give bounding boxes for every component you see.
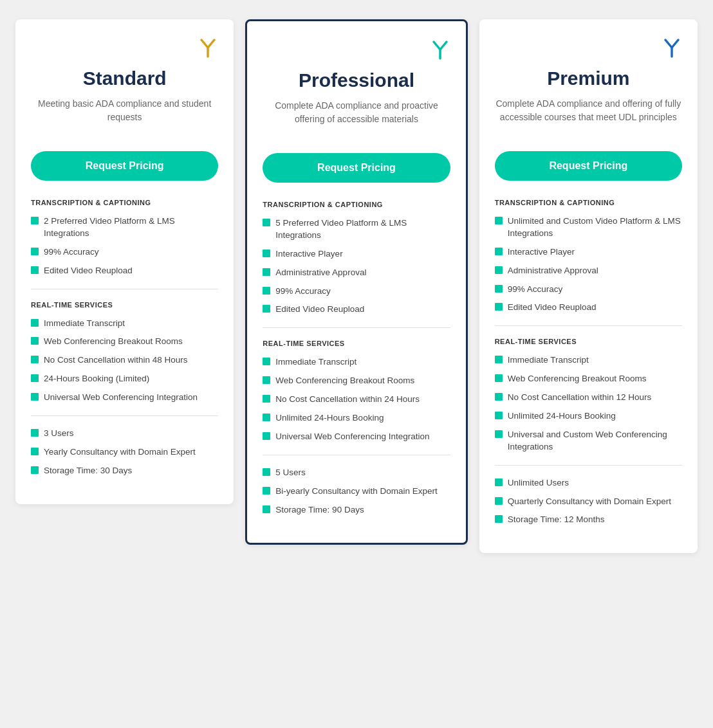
feature-text: 99% Accuracy [508,284,563,296]
feature-list-premium-1: Immediate TranscriptWeb Conferencing Bre… [495,354,682,453]
feature-bullet-icon [495,356,503,363]
feature-text: Web Conferencing Breakout Rooms [508,373,647,385]
feature-text: Storage Time: 12 Months [508,514,605,526]
plan-icon-premium [495,37,682,61]
section-title-professional-0: TRANSCRIPTION & CAPTIONING [263,201,450,208]
plan-card-premium: PremiumComplete ADA compliance and offer… [479,19,698,553]
plan-card-standard: StandardMeeting basic ADA compliance and… [15,19,234,504]
list-item: Quarterly Consultancy with Domain Expert [495,496,682,508]
feature-bullet-icon [31,448,39,455]
feature-text: Interactive Player [275,248,342,260]
feature-text: Universal Web Conferencing Integration [44,392,198,404]
feature-bullet-icon [263,305,270,313]
plan-desc-premium: Complete ADA compliance and offering of … [495,97,682,136]
list-item: Immediate Transcript [31,318,218,330]
feature-bullet-icon [495,374,503,382]
list-item: Storage Time: 30 Days [31,465,218,477]
list-item: Unlimited 24-Hours Booking [495,410,682,423]
feature-bullet-icon [495,266,503,274]
feature-text: Administrative Approval [508,265,598,277]
feature-text: 5 Users [275,467,306,479]
feature-bullet-icon [263,432,270,440]
feature-text: Unlimited and Custom Video Platform & LM… [508,215,682,240]
list-item: Edited Video Reupload [495,302,682,314]
feature-bullet-icon [263,395,270,403]
list-item: Yearly Consultancy with Domain Expert [31,446,218,459]
list-item: No Cost Cancellation within 48 Hours [31,354,218,367]
feature-list-standard-2: 3 UsersYearly Consultancy with Domain Ex… [31,428,218,477]
list-item: 99% Accuracy [263,286,450,298]
feature-list-premium-2: Unlimited UsersQuarterly Consultancy wit… [495,477,682,527]
feature-bullet-icon [495,303,503,311]
list-item: 2 Preferred Video Platform & LMS Integra… [31,215,218,240]
list-item: Interactive Player [495,246,682,259]
feature-bullet-icon [31,217,39,224]
section-divider-standard-2 [31,415,218,416]
list-item: Administrative Approval [495,265,682,277]
feature-bullet-icon [263,219,270,226]
request-pricing-btn-standard[interactable]: Request Pricing [31,151,218,181]
feature-bullet-icon [31,266,39,274]
section-title-professional-1: REAL-TIME SERVICES [263,340,450,347]
feature-bullet-icon [31,356,39,363]
feature-text: Yearly Consultancy with Domain Expert [44,446,196,459]
section-title-premium-0: TRANSCRIPTION & CAPTIONING [495,199,682,206]
svg-line-7 [672,40,678,48]
feature-list-standard-0: 2 Preferred Video Platform & LMS Integra… [31,215,218,277]
list-item: Web Conferencing Breakout Rooms [31,336,218,348]
list-item: Web Conferencing Breakout Rooms [263,375,450,387]
svg-line-0 [201,40,208,48]
svg-line-6 [665,40,672,48]
feature-text: Web Conferencing Breakout Rooms [275,375,414,387]
feature-bullet-icon [31,319,39,327]
feature-bullet-icon [495,515,503,523]
plan-desc-standard: Meeting basic ADA compliance and student… [31,97,218,136]
feature-bullet-icon [495,412,503,419]
list-item: Edited Video Reupload [31,265,218,277]
feature-text: 99% Accuracy [275,286,331,298]
feature-list-standard-1: Immediate TranscriptWeb Conferencing Bre… [31,318,218,404]
section-title-standard-1: REAL-TIME SERVICES [31,301,218,309]
plan-desc-professional: Complete ADA compliance and proactive of… [263,99,450,138]
list-item: No Cost Cancellation within 12 Hours [495,392,682,404]
section-divider-premium-1 [495,325,682,326]
section-divider-professional-1 [263,327,450,328]
plan-icon-professional [263,39,450,63]
feature-bullet-icon [263,287,270,295]
list-item: Storage Time: 12 Months [495,514,682,526]
feature-text: Edited Video Reupload [275,304,364,316]
feature-text: Universal Web Conferencing Integration [275,431,429,443]
section-title-premium-1: REAL-TIME SERVICES [495,338,682,345]
feature-text: No Cost Cancellation within 12 Hours [508,392,652,404]
feature-text: Edited Video Reupload [44,265,133,277]
list-item: Immediate Transcript [495,354,682,367]
feature-bullet-icon [495,430,503,438]
list-item: 5 Preferred Video Platform & LMS Integra… [263,217,450,242]
list-item: Unlimited Users [495,477,682,489]
feature-bullet-icon [263,250,270,257]
request-pricing-btn-professional[interactable]: Request Pricing [263,153,450,183]
feature-bullet-icon [495,248,503,255]
request-pricing-btn-premium[interactable]: Request Pricing [495,151,682,181]
feature-text: 5 Preferred Video Platform & LMS Integra… [275,217,450,242]
feature-text: Quarterly Consultancy with Domain Expert [508,496,671,508]
section-divider-premium-2 [495,465,682,466]
feature-bullet-icon [495,285,503,293]
feature-bullet-icon [31,337,39,345]
section-title-standard-0: TRANSCRIPTION & CAPTIONING [31,199,218,206]
section-divider-professional-2 [263,455,450,455]
list-item: 3 Users [31,428,218,440]
feature-bullet-icon [31,393,39,401]
list-item: Web Conferencing Breakout Rooms [495,373,682,385]
feature-text: No Cost Cancellation within 48 Hours [44,354,188,367]
list-item: Unlimited and Custom Video Platform & LM… [495,215,682,240]
feature-bullet-icon [263,468,270,476]
list-item: Universal Web Conferencing Integration [31,392,218,404]
list-item: Bi-yearly Consultancy with Domain Expert [263,486,450,498]
plan-name-professional: Professional [263,69,450,91]
feature-bullet-icon [31,466,39,474]
feature-text: Immediate Transcript [508,354,589,367]
pricing-container: StandardMeeting basic ADA compliance and… [15,19,698,553]
feature-text: No Cost Cancellation within 24 Hours [275,394,420,406]
plan-icon-standard [31,37,218,61]
